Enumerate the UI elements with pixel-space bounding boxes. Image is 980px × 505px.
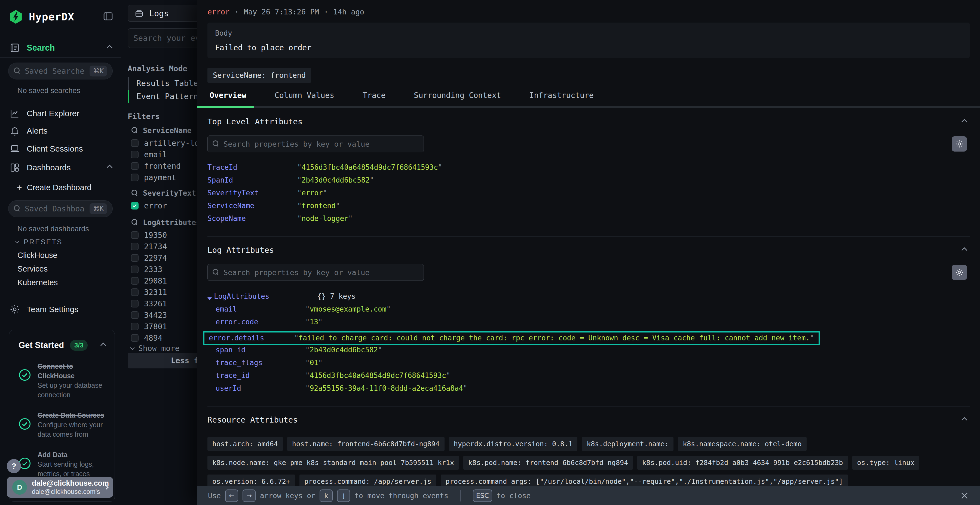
attribute-key[interactable]: userId bbox=[216, 384, 305, 392]
get-started-step-add-data[interactable]: Add Data Start sending logs, metrics, or… bbox=[19, 450, 105, 479]
collapse-sidebar-icon[interactable] bbox=[102, 11, 114, 23]
attribute-value[interactable]: 4156d3fbc40a64854d9dc7f68641593c bbox=[310, 372, 446, 380]
checkbox[interactable] bbox=[131, 231, 138, 239]
attribute-row[interactable]: SpanId"2b43d0c4dd6bc582" bbox=[207, 176, 970, 189]
logattributes-root-row[interactable]: LogAttributes {} 7 keys bbox=[207, 292, 970, 305]
resource-chip[interactable]: k8s.pod.uid: f284fb2d-a0b3-4634-991b-e2c… bbox=[637, 456, 848, 470]
saved-searches-field[interactable] bbox=[25, 67, 85, 76]
chevron-up-icon[interactable] bbox=[107, 45, 113, 51]
preset-clickhouse[interactable]: ClickHouse bbox=[18, 251, 57, 260]
sidebar-item-alerts[interactable]: Alerts bbox=[0, 123, 121, 139]
attribute-row[interactable]: span_id"2b43d0c4dd6bc582" bbox=[207, 346, 970, 359]
attribute-row[interactable]: trace_id"4156d3fbc40a64854d9dc7f68641593… bbox=[207, 372, 970, 384]
attribute-key[interactable]: email bbox=[216, 305, 305, 313]
resource-chip[interactable]: host.arch: amd64 bbox=[207, 437, 283, 451]
mode-event-patterns[interactable]: Event Patterns bbox=[128, 90, 203, 103]
create-dashboard-button[interactable]: + Create Dashboard bbox=[0, 181, 121, 194]
help-button[interactable]: ? bbox=[7, 459, 21, 473]
collapse-section-icon[interactable] bbox=[961, 247, 967, 253]
attribute-key[interactable]: error.code bbox=[216, 318, 305, 326]
checkbox[interactable] bbox=[131, 173, 138, 181]
resource-chip[interactable]: k8s.namespace.name: otel-demo bbox=[678, 437, 807, 451]
attribute-key[interactable]: ServiceName bbox=[207, 202, 297, 210]
checkbox[interactable] bbox=[131, 162, 138, 170]
close-panel-icon[interactable] bbox=[960, 491, 969, 500]
facet-option[interactable]: 21734 bbox=[131, 241, 167, 252]
checkbox[interactable] bbox=[131, 300, 138, 308]
collapse-section-icon[interactable] bbox=[961, 119, 967, 124]
attribute-row[interactable]: email"vmoses@example.com" bbox=[207, 305, 970, 318]
facet-option[interactable]: payment bbox=[131, 172, 176, 183]
checkbox[interactable] bbox=[131, 334, 138, 342]
attribute-value[interactable]: frontend bbox=[302, 202, 336, 210]
attribute-value[interactable]: node-logger bbox=[302, 214, 348, 222]
attribute-row[interactable]: trace_flags"01" bbox=[207, 359, 970, 372]
sidebar-item-client-sessions[interactable]: Client Sessions bbox=[0, 141, 121, 157]
presets-toggle[interactable]: PRESETS bbox=[16, 238, 62, 246]
facet-servicename-header[interactable]: ServiceName bbox=[132, 126, 192, 135]
attribute-row[interactable]: userId"92a55156-39a4-11f0-8ddd-a2eca416a… bbox=[207, 384, 970, 397]
facet-option[interactable]: email bbox=[131, 149, 167, 160]
facet-option[interactable]: 32311 bbox=[131, 287, 167, 298]
resource-chip[interactable]: os.type: linux bbox=[852, 456, 920, 470]
show-more-toggle[interactable]: Show more bbox=[131, 344, 180, 353]
attribute-key[interactable]: TraceId bbox=[207, 163, 297, 172]
attribute-key[interactable]: span_id bbox=[216, 346, 305, 354]
facet-severitytext-header[interactable]: SeverityText bbox=[132, 189, 196, 197]
facet-logattributes-header[interactable]: LogAttributes bbox=[132, 218, 200, 227]
attribute-row[interactable]: ServiceName"frontend" bbox=[207, 202, 970, 214]
facet-option[interactable]: 33261 bbox=[131, 298, 167, 309]
facet-option[interactable]: 22974 bbox=[131, 252, 167, 264]
attribute-key[interactable]: trace_id bbox=[216, 372, 305, 380]
resource-chip[interactable]: os.version: 6.6.72+ bbox=[207, 475, 295, 486]
event-detail-scroll[interactable]: error · May 26 7:13:26 PM · 14h ago Body… bbox=[197, 0, 980, 486]
checkbox[interactable] bbox=[131, 243, 138, 250]
facet-option[interactable]: 4894 bbox=[131, 332, 162, 343]
tab-trace[interactable]: Trace bbox=[363, 91, 385, 100]
attributes-settings-button[interactable] bbox=[952, 265, 967, 280]
attribute-value[interactable]: 92a55156-39a4-11f0-8ddd-a2eca416a8a4 bbox=[310, 384, 463, 392]
checkbox[interactable] bbox=[131, 139, 138, 147]
mode-results-table[interactable]: Results Table bbox=[128, 77, 198, 90]
saved-searches-input[interactable]: ⌘K bbox=[8, 63, 113, 79]
facet-option[interactable]: 37801 bbox=[131, 321, 167, 332]
tab-column-values[interactable]: Column Values bbox=[275, 91, 334, 100]
resource-chip[interactable]: k8s.node.name: gke-pme-k8s-standard-main… bbox=[207, 456, 459, 470]
checkbox-checked[interactable] bbox=[131, 202, 138, 210]
chevron-up-icon[interactable] bbox=[100, 342, 106, 348]
collapse-section-icon[interactable] bbox=[961, 417, 967, 422]
attribute-row-highlighted[interactable]: error.details"failed to charge card: cou… bbox=[203, 331, 820, 345]
attribute-value[interactable]: 13 bbox=[310, 318, 318, 326]
sidebar-item-chart-explorer[interactable]: Chart Explorer bbox=[0, 106, 121, 121]
property-search-input[interactable] bbox=[207, 135, 424, 152]
attributes-settings-button[interactable] bbox=[952, 136, 967, 152]
facet-option[interactable]: 2333 bbox=[131, 264, 162, 275]
facet-option[interactable]: 29081 bbox=[131, 275, 167, 286]
get-started-step-sources[interactable]: Create Data Sources Configure where your… bbox=[19, 411, 105, 439]
get-started-step-connect[interactable]: Connect to ClickHouse Set up your databa… bbox=[19, 362, 105, 400]
resource-chip[interactable]: k8s.deployment.name: bbox=[582, 437, 673, 451]
facet-option[interactable]: frontend bbox=[131, 160, 181, 172]
attribute-row[interactable]: TraceId"4156d3fbc40a64854d9dc7f68641593c… bbox=[207, 163, 970, 176]
facet-option[interactable]: 19350 bbox=[131, 230, 167, 241]
attribute-key[interactable]: ScopeName bbox=[207, 214, 297, 222]
checkbox[interactable] bbox=[131, 311, 138, 319]
resource-chip[interactable]: hyperdx.distro.version: 0.8.1 bbox=[449, 437, 578, 451]
attribute-row[interactable]: error.code"13" bbox=[207, 318, 970, 330]
resource-chip[interactable]: k8s.pod.name: frontend-6b6c8d7bfd-ng894 bbox=[463, 456, 633, 470]
attribute-value[interactable]: 4156d3fbc40a64854d9dc7f68641593c bbox=[302, 163, 438, 172]
property-search-field[interactable] bbox=[223, 140, 419, 148]
sidebar-item-team-settings[interactable]: Team Settings bbox=[0, 302, 121, 317]
attribute-value[interactable]: 2b43d0c4dd6bc582 bbox=[310, 346, 378, 354]
attribute-value[interactable]: 01 bbox=[310, 359, 318, 367]
checkbox[interactable] bbox=[131, 254, 138, 262]
property-search-field[interactable] bbox=[223, 268, 419, 277]
checkbox[interactable] bbox=[131, 323, 138, 330]
checkbox[interactable] bbox=[131, 151, 138, 158]
attribute-key[interactable]: error.details bbox=[209, 334, 294, 342]
saved-dashboards-field[interactable] bbox=[25, 204, 85, 213]
preset-kubernetes[interactable]: Kubernetes bbox=[18, 278, 58, 287]
chevron-up-icon[interactable] bbox=[107, 165, 113, 170]
tab-overview[interactable]: Overview bbox=[210, 91, 247, 100]
attribute-key[interactable]: trace_flags bbox=[216, 359, 305, 367]
